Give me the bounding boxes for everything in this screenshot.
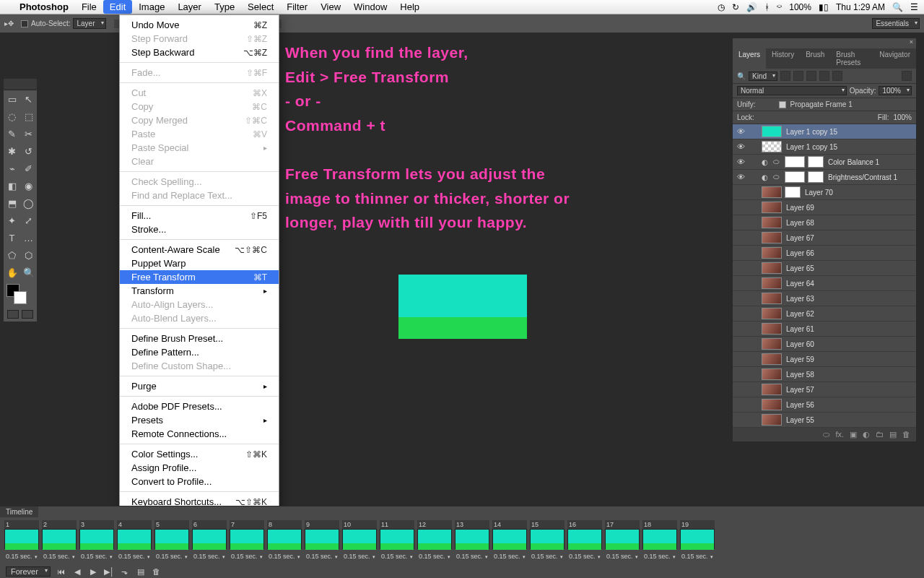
- chevron-down-icon[interactable]: [409, 553, 413, 560]
- chevron-down-icon[interactable]: [446, 553, 450, 560]
- timeline-frame[interactable]: 110.15 sec.: [380, 520, 414, 565]
- timeline-frame[interactable]: 20.15 sec.: [42, 520, 77, 565]
- menu-file[interactable]: File: [75, 0, 103, 14]
- menu-item-color-settings[interactable]: Color Settings...⇧⌘K: [120, 447, 279, 461]
- tool-17[interactable]: …: [20, 229, 37, 246]
- frame-thumbnail[interactable]: [417, 529, 452, 549]
- tool-14[interactable]: ✦: [4, 212, 20, 229]
- frame-thumbnail[interactable]: [192, 529, 227, 549]
- layer-name[interactable]: Layer 64: [785, 280, 916, 288]
- menu-layer[interactable]: Layer: [171, 0, 208, 14]
- bluetooth-icon[interactable]: ᚼ: [764, 2, 770, 12]
- layer-name[interactable]: Layer 68: [785, 219, 916, 227]
- frame-thumbnail[interactable]: [42, 529, 77, 549]
- frame-thumbnail[interactable]: [154, 529, 189, 549]
- group-icon[interactable]: 🗀: [876, 430, 884, 439]
- frame-thumbnail[interactable]: [117, 529, 152, 549]
- frame-duration[interactable]: 0.15 sec.: [118, 553, 145, 560]
- filter-shape-icon[interactable]: [819, 71, 829, 81]
- blend-mode-dropdown[interactable]: Normal: [737, 86, 847, 95]
- layer-thumbnail[interactable]: [762, 247, 782, 259]
- tool-15[interactable]: ⤢: [20, 212, 37, 229]
- chevron-down-icon[interactable]: [108, 553, 113, 560]
- layer-thumbnail[interactable]: [762, 414, 782, 426]
- autoselect-checkbox[interactable]: [21, 20, 28, 27]
- fx-icon[interactable]: fx.: [835, 430, 844, 439]
- layer-thumbnail[interactable]: [762, 186, 782, 198]
- layer-row[interactable]: Layer 68: [733, 215, 916, 230]
- chevron-down-icon[interactable]: [71, 553, 75, 560]
- layer-name[interactable]: Layer 62: [785, 310, 916, 318]
- menu-window[interactable]: Window: [347, 0, 393, 14]
- layer-row[interactable]: Layer 57: [733, 382, 916, 397]
- tool-16[interactable]: T: [4, 229, 20, 246]
- frame-duration[interactable]: 0.15 sec.: [681, 553, 708, 560]
- frame-duration[interactable]: 0.15 sec.: [569, 553, 596, 560]
- panel-tab-brush-presets[interactable]: Brush Presets: [830, 48, 873, 69]
- panel-tab-layers[interactable]: Layers: [733, 48, 766, 69]
- filter-type-icon[interactable]: [806, 71, 816, 81]
- menu-item-fill[interactable]: Fill...⇧F5: [120, 209, 279, 223]
- layer-thumbnail[interactable]: [762, 384, 782, 395]
- tool-11[interactable]: ◉: [20, 177, 37, 194]
- frame-duration[interactable]: 0.15 sec.: [43, 553, 70, 560]
- menu-item-content-aware-scale[interactable]: Content-Aware Scale⌥⇧⌘C: [120, 243, 279, 256]
- chevron-down-icon[interactable]: [221, 553, 225, 560]
- frame-thumbnail[interactable]: [567, 529, 602, 549]
- frame-duration[interactable]: 0.15 sec.: [231, 553, 258, 560]
- menu-item-transform[interactable]: Transform▸: [120, 284, 279, 298]
- fill-value[interactable]: 100%: [893, 113, 912, 121]
- layer-name[interactable]: Layer 69: [785, 204, 916, 212]
- layer-row[interactable]: Layer 60: [733, 337, 916, 352]
- panel-tab-history[interactable]: History: [766, 48, 800, 69]
- menu-item-puppet-warp[interactable]: Puppet Warp: [120, 256, 279, 270]
- layer-thumbnail[interactable]: [762, 232, 782, 243]
- chevron-down-icon[interactable]: [371, 553, 375, 560]
- notifications-icon[interactable]: ☰: [910, 2, 918, 12]
- duplicate-frame-button[interactable]: ▤: [136, 567, 146, 577]
- frame-duration[interactable]: 0.15 sec.: [6, 553, 32, 560]
- tool-20[interactable]: ✋: [4, 264, 20, 281]
- tool-3[interactable]: ⬚: [20, 108, 37, 125]
- timeline-frame[interactable]: 40.15 sec.: [117, 520, 152, 565]
- layer-thumbnail[interactable]: [762, 262, 782, 274]
- menu-item-adobe-pdf-presets[interactable]: Adobe PDF Presets...: [120, 400, 279, 413]
- chevron-down-icon[interactable]: [634, 553, 638, 560]
- layer-row[interactable]: Layer 63: [733, 291, 916, 306]
- tool-9[interactable]: ✐: [20, 160, 37, 177]
- tool-10[interactable]: ◧: [4, 177, 20, 194]
- layer-name[interactable]: Layer 58: [785, 371, 916, 379]
- timeline-frame[interactable]: 90.15 sec.: [305, 520, 339, 565]
- timeline-frame[interactable]: 160.15 sec.: [567, 520, 602, 565]
- trash-icon[interactable]: 🗑: [902, 430, 910, 439]
- layer-name[interactable]: Layer 65: [785, 264, 916, 272]
- layer-row[interactable]: Layer 56: [733, 397, 916, 413]
- layer-row[interactable]: Layer 59: [733, 352, 916, 367]
- layer-thumbnail[interactable]: [785, 171, 805, 183]
- frame-thumbnail[interactable]: [642, 529, 677, 549]
- frame-duration[interactable]: 0.15 sec.: [531, 553, 558, 560]
- frame-thumbnail[interactable]: [605, 529, 640, 549]
- layer-thumbnail[interactable]: [762, 308, 782, 319]
- layer-name[interactable]: Color Balance 1: [827, 158, 916, 166]
- delete-frame-button[interactable]: 🗑: [152, 567, 162, 576]
- filter-smart-icon[interactable]: [832, 71, 842, 81]
- layer-thumbnail[interactable]: [762, 141, 782, 152]
- layer-name[interactable]: Layer 66: [785, 249, 916, 257]
- layer-name[interactable]: Layer 67: [785, 234, 916, 242]
- layer-row[interactable]: Layer 70: [733, 185, 916, 200]
- tool-8[interactable]: ⌁: [4, 160, 20, 177]
- volume-icon[interactable]: 🔊: [746, 2, 757, 12]
- layer-row[interactable]: Layer 66: [733, 246, 916, 261]
- layer-row[interactable]: Layer 64: [733, 276, 916, 291]
- frame-thumbnail[interactable]: [230, 529, 264, 549]
- link-icon[interactable]: ⬭: [823, 430, 829, 439]
- battery-icon[interactable]: ▮▯: [819, 2, 829, 12]
- menu-help[interactable]: Help: [393, 0, 426, 14]
- frame-duration[interactable]: 0.15 sec.: [156, 553, 183, 560]
- menu-view[interactable]: View: [314, 0, 347, 14]
- timeline-frame[interactable]: 70.15 sec.: [230, 520, 264, 565]
- layer-row[interactable]: 👁Layer 1 copy 15: [733, 124, 916, 139]
- chevron-down-icon[interactable]: [559, 553, 563, 560]
- timeline-frame[interactable]: 80.15 sec.: [267, 520, 302, 565]
